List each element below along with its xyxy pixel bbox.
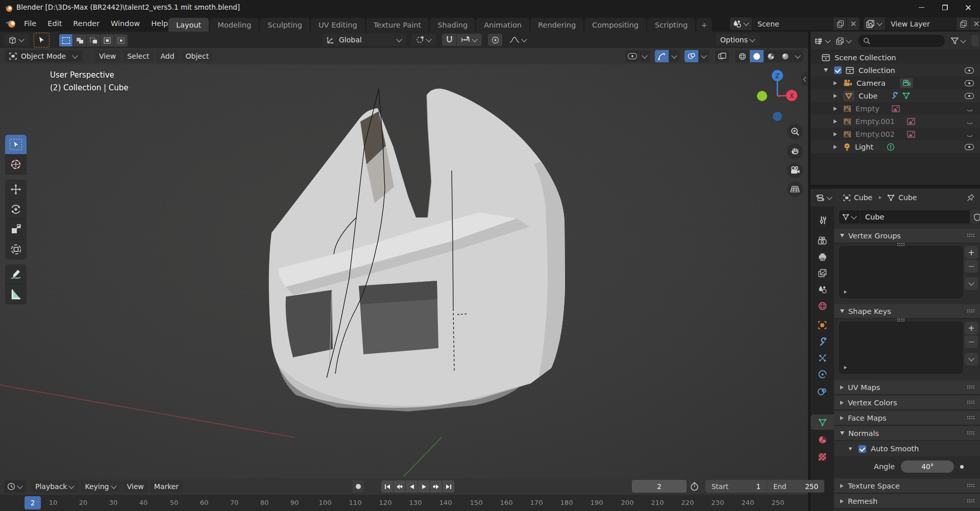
current-frame-indicator[interactable]: 2 <box>24 496 41 509</box>
outliner-row-empty-002[interactable]: Empty.002 <box>811 128 980 140</box>
jump-to-start-button[interactable] <box>381 480 393 493</box>
snap-toggle-button[interactable] <box>442 34 456 46</box>
eye-icon[interactable] <box>965 80 974 86</box>
tab-rendering[interactable]: Rendering <box>530 18 583 32</box>
outliner-row-cube[interactable]: Cube <box>811 89 980 102</box>
panel-vertex-colors[interactable]: Vertex Colors <box>834 396 980 410</box>
tool-transform[interactable] <box>5 239 27 259</box>
mesh-data-icon[interactable] <box>902 92 910 99</box>
xray-toggle-button[interactable] <box>715 50 729 62</box>
tab-animation[interactable]: Animation <box>476 18 529 32</box>
tab-tool[interactable] <box>811 212 834 228</box>
vertex-group-remove-button[interactable]: − <box>965 260 978 273</box>
closed-eye-icon[interactable] <box>966 132 974 137</box>
tool-move[interactable] <box>5 180 27 200</box>
menu-marker[interactable]: Marker <box>150 480 183 493</box>
shading-rendered-button[interactable] <box>778 50 792 62</box>
grip-icon[interactable] <box>967 431 975 435</box>
auto-smooth-checkbox[interactable] <box>859 445 866 453</box>
eye-icon[interactable] <box>965 144 974 150</box>
select-subtract-button[interactable] <box>87 34 100 46</box>
prev-keyframe-button[interactable] <box>394 480 405 493</box>
panel-face-maps[interactable]: Face Maps <box>834 411 980 426</box>
vertex-groups-list[interactable] <box>839 246 963 298</box>
fake-user-button[interactable] <box>970 210 980 224</box>
tab-material[interactable] <box>811 432 834 447</box>
camera-view-button[interactable] <box>787 162 803 178</box>
closed-eye-icon[interactable] <box>966 106 974 111</box>
orientation-dropdown[interactable]: Global <box>323 34 406 46</box>
proportional-falloff-dropdown[interactable] <box>505 34 531 46</box>
orthographic-toggle-button[interactable] <box>787 181 803 197</box>
tab-particles[interactable] <box>811 350 834 366</box>
view-layer-name-field[interactable]: View Layer <box>886 17 956 30</box>
disclosure-closed-icon[interactable] <box>834 107 837 111</box>
tool-rotate[interactable] <box>5 200 27 220</box>
tool-annotate[interactable] <box>5 264 27 284</box>
start-frame-field[interactable]: Start 1 <box>705 480 767 493</box>
visibility-toggle-button[interactable] <box>625 50 639 62</box>
close-button[interactable] <box>957 0 980 15</box>
record-button[interactable] <box>352 480 364 493</box>
outliner-row-light[interactable]: Light <box>811 140 980 153</box>
shape-key-specials-button[interactable] <box>965 353 978 366</box>
restore-button[interactable] <box>933 0 957 15</box>
tool-3d-cursor[interactable] <box>5 155 27 175</box>
tab-shading[interactable]: Shading <box>430 18 475 32</box>
tab-uv-editing[interactable]: UV Editing <box>311 18 365 32</box>
tab-texture[interactable] <box>811 449 834 465</box>
select-invert-button[interactable] <box>101 34 114 46</box>
menu-render[interactable]: Render <box>67 17 105 30</box>
select-intersect-button[interactable] <box>114 34 128 46</box>
breadcrumb-data-name[interactable]: Cube <box>898 193 917 202</box>
panel-vertex-groups[interactable]: Vertex Groups <box>834 229 980 244</box>
tab-modeling[interactable]: Modeling <box>210 18 259 32</box>
closed-eye-icon[interactable] <box>966 119 974 124</box>
menu-file[interactable]: File <box>18 17 42 30</box>
tab-scripting[interactable]: Scripting <box>647 18 695 32</box>
collection-checkbox[interactable] <box>834 66 842 74</box>
gizmos-toggle-button[interactable] <box>655 50 669 62</box>
grip-icon[interactable] <box>967 401 975 404</box>
pin-icon[interactable] <box>967 193 975 202</box>
modifier-wrench-icon[interactable] <box>891 92 898 100</box>
options-dropdown[interactable]: Options <box>716 34 760 46</box>
editor-type-button[interactable] <box>4 34 29 46</box>
data-type-dropdown[interactable] <box>839 210 860 224</box>
outliner-row-camera[interactable]: Camera <box>811 77 980 89</box>
outliner-filter-button[interactable] <box>951 37 966 44</box>
scene-icon-dropdown[interactable] <box>730 17 752 30</box>
tab-world[interactable] <box>811 298 834 313</box>
gizmos-dropdown[interactable] <box>669 50 679 62</box>
zoom-view-button[interactable] <box>787 124 803 139</box>
menu-timeline-view[interactable]: View <box>123 480 148 493</box>
scene-copy-button[interactable] <box>834 17 846 30</box>
eye-icon[interactable] <box>965 67 974 74</box>
next-keyframe-button[interactable] <box>430 480 442 493</box>
menu-add[interactable]: Add <box>156 50 178 62</box>
shading-material-button[interactable] <box>764 50 778 62</box>
angle-value-field[interactable]: 40° <box>901 460 954 473</box>
light-data-icon[interactable] <box>887 143 895 151</box>
minimize-button[interactable] <box>910 0 933 15</box>
disclosure-closed-icon[interactable] <box>834 94 837 98</box>
view-layer-remove-button[interactable] <box>970 17 980 30</box>
panel-shape-keys[interactable]: Shape Keys <box>834 304 980 319</box>
outliner-row-scene-collection[interactable]: Scene Collection <box>811 51 980 64</box>
image-data-icon[interactable] <box>892 105 900 112</box>
shading-solid-button[interactable] <box>750 50 764 62</box>
panel-normals[interactable]: Normals <box>834 426 980 441</box>
add-workspace-button[interactable]: + <box>696 18 712 32</box>
tab-modifiers[interactable] <box>811 334 834 349</box>
outliner-extra-button[interactable] <box>971 35 978 46</box>
grip-icon[interactable] <box>967 309 975 313</box>
image-data-icon[interactable] <box>907 131 915 138</box>
list-expand-icon[interactable] <box>844 366 847 369</box>
menu-window[interactable]: Window <box>105 17 145 30</box>
mode-dropdown[interactable]: Object Mode <box>5 50 82 62</box>
gizmo-y-axis[interactable] <box>757 91 767 101</box>
3d-viewport[interactable]: User Perspective (2) Collection | Cube Z… <box>0 64 808 478</box>
outliner-row-empty[interactable]: Empty <box>811 102 980 115</box>
camera-data-icon[interactable] <box>900 78 913 88</box>
menu-object[interactable]: Object <box>182 50 213 62</box>
